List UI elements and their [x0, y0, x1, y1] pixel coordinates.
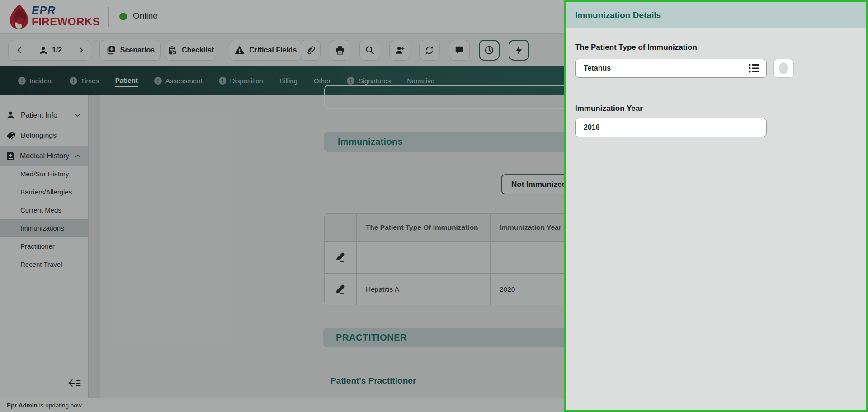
field-option-toggle-button[interactable]	[773, 59, 794, 78]
app-window: EPR FIREWORKS Online 1/2	[0, 0, 868, 412]
panel-header: Immunization Details	[566, 2, 866, 28]
panel-title: Immunization Details	[575, 10, 661, 20]
immunization-details-panel: Immunization Details The Patient Type of…	[564, 0, 868, 412]
modal-dim-overlay	[0, 0, 564, 412]
list-picker-icon[interactable]	[748, 62, 760, 74]
immunization-year-input[interactable]: 2016	[575, 118, 767, 137]
immunization-type-label: The Patient Type of Immunization	[575, 43, 697, 52]
immunization-year-label: Immunization Year	[575, 104, 643, 113]
immunization-type-value: Tetanus	[584, 64, 748, 72]
immunization-year-value: 2016	[584, 123, 760, 132]
immunization-type-input[interactable]: Tetanus	[575, 59, 767, 78]
radio-circle-icon	[779, 62, 788, 74]
